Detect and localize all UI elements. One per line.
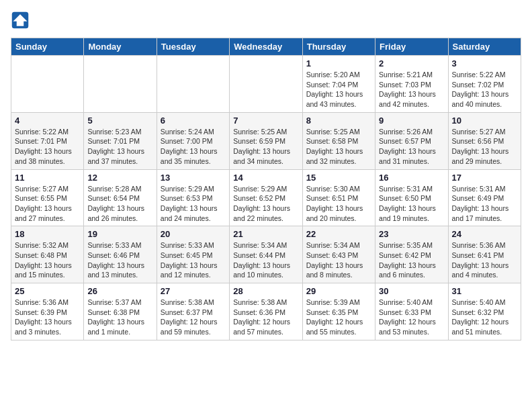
week-row-1: 1Sunrise: 5:20 AM Sunset: 7:04 PM Daylig… [11, 56, 521, 113]
calendar-cell [230, 56, 302, 113]
calendar-cell: 3Sunrise: 5:22 AM Sunset: 7:02 PM Daylig… [448, 56, 521, 113]
day-number: 28 [233, 286, 298, 296]
day-info: Sunrise: 5:29 AM Sunset: 6:52 PM Dayligh… [233, 184, 298, 224]
day-number: 27 [161, 286, 226, 296]
day-info: Sunrise: 5:33 AM Sunset: 6:46 PM Dayligh… [87, 240, 152, 280]
calendar-cell: 23Sunrise: 5:35 AM Sunset: 6:42 PM Dayli… [375, 226, 448, 283]
day-header-monday: Monday [84, 38, 157, 56]
day-number: 17 [452, 173, 517, 183]
week-row-2: 4Sunrise: 5:22 AM Sunset: 7:01 PM Daylig… [11, 112, 521, 169]
calendar-cell: 2Sunrise: 5:21 AM Sunset: 7:03 PM Daylig… [375, 56, 448, 113]
week-row-3: 11Sunrise: 5:27 AM Sunset: 6:55 PM Dayli… [11, 169, 521, 226]
calendar-cell: 31Sunrise: 5:40 AM Sunset: 6:32 PM Dayli… [448, 283, 521, 340]
day-number: 12 [87, 173, 152, 183]
calendar-cell: 29Sunrise: 5:39 AM Sunset: 6:35 PM Dayli… [302, 283, 375, 340]
calendar-cell: 13Sunrise: 5:29 AM Sunset: 6:53 PM Dayli… [157, 169, 229, 226]
day-info: Sunrise: 5:33 AM Sunset: 6:45 PM Dayligh… [161, 240, 226, 280]
day-number: 14 [233, 173, 298, 183]
day-number: 16 [379, 173, 444, 183]
day-number: 9 [379, 116, 444, 126]
day-info: Sunrise: 5:38 AM Sunset: 6:37 PM Dayligh… [161, 298, 226, 337]
day-info: Sunrise: 5:34 AM Sunset: 6:44 PM Dayligh… [233, 240, 298, 280]
day-number: 24 [452, 229, 517, 239]
day-number: 4 [15, 116, 80, 126]
calendar-cell: 10Sunrise: 5:27 AM Sunset: 6:56 PM Dayli… [448, 112, 521, 169]
day-number: 5 [87, 116, 152, 126]
day-number: 19 [87, 229, 152, 239]
calendar-cell: 17Sunrise: 5:31 AM Sunset: 6:49 PM Dayli… [448, 169, 521, 226]
calendar-cell: 9Sunrise: 5:26 AM Sunset: 6:57 PM Daylig… [375, 112, 448, 169]
calendar-cell: 22Sunrise: 5:34 AM Sunset: 6:43 PM Dayli… [302, 226, 375, 283]
day-info: Sunrise: 5:26 AM Sunset: 6:57 PM Dayligh… [379, 127, 444, 167]
day-info: Sunrise: 5:31 AM Sunset: 6:50 PM Dayligh… [379, 184, 444, 224]
day-number: 7 [233, 116, 298, 126]
calendar-cell: 15Sunrise: 5:30 AM Sunset: 6:51 PM Dayli… [302, 169, 375, 226]
calendar-cell: 12Sunrise: 5:28 AM Sunset: 6:54 PM Dayli… [84, 169, 157, 226]
day-info: Sunrise: 5:24 AM Sunset: 7:00 PM Dayligh… [161, 127, 226, 167]
day-number: 3 [452, 58, 517, 68]
day-info: Sunrise: 5:38 AM Sunset: 6:36 PM Dayligh… [233, 298, 298, 337]
day-header-thursday: Thursday [302, 38, 375, 56]
day-info: Sunrise: 5:25 AM Sunset: 6:58 PM Dayligh… [306, 127, 371, 167]
calendar-cell: 20Sunrise: 5:33 AM Sunset: 6:45 PM Dayli… [157, 226, 229, 283]
calendar-header-row: SundayMondayTuesdayWednesdayThursdayFrid… [11, 38, 521, 56]
day-info: Sunrise: 5:37 AM Sunset: 6:38 PM Dayligh… [87, 298, 152, 337]
calendar-cell: 14Sunrise: 5:29 AM Sunset: 6:52 PM Dayli… [230, 169, 302, 226]
day-number: 20 [161, 229, 226, 239]
day-info: Sunrise: 5:40 AM Sunset: 6:33 PM Dayligh… [379, 298, 444, 337]
calendar-cell: 21Sunrise: 5:34 AM Sunset: 6:44 PM Dayli… [230, 226, 302, 283]
calendar-cell: 30Sunrise: 5:40 AM Sunset: 6:33 PM Dayli… [375, 283, 448, 340]
calendar-cell: 16Sunrise: 5:31 AM Sunset: 6:50 PM Dayli… [375, 169, 448, 226]
logo [11, 11, 32, 30]
day-number: 18 [15, 229, 80, 239]
day-header-wednesday: Wednesday [230, 38, 302, 56]
calendar-cell: 27Sunrise: 5:38 AM Sunset: 6:37 PM Dayli… [157, 283, 229, 340]
calendar-cell: 6Sunrise: 5:24 AM Sunset: 7:00 PM Daylig… [157, 112, 229, 169]
day-number: 2 [379, 58, 444, 68]
calendar-cell: 1Sunrise: 5:20 AM Sunset: 7:04 PM Daylig… [302, 56, 375, 113]
day-info: Sunrise: 5:22 AM Sunset: 7:02 PM Dayligh… [452, 70, 517, 109]
day-number: 13 [161, 173, 226, 183]
day-info: Sunrise: 5:22 AM Sunset: 7:01 PM Dayligh… [15, 127, 80, 167]
calendar-table: SundayMondayTuesdayWednesdayThursdayFrid… [11, 38, 521, 340]
day-number: 10 [452, 116, 517, 126]
calendar-cell: 4Sunrise: 5:22 AM Sunset: 7:01 PM Daylig… [11, 112, 84, 169]
day-number: 11 [15, 173, 80, 183]
week-row-5: 25Sunrise: 5:36 AM Sunset: 6:39 PM Dayli… [11, 283, 521, 340]
calendar-cell: 11Sunrise: 5:27 AM Sunset: 6:55 PM Dayli… [11, 169, 84, 226]
day-info: Sunrise: 5:28 AM Sunset: 6:54 PM Dayligh… [87, 184, 152, 224]
week-row-4: 18Sunrise: 5:32 AM Sunset: 6:48 PM Dayli… [11, 226, 521, 283]
calendar-cell: 24Sunrise: 5:36 AM Sunset: 6:41 PM Dayli… [448, 226, 521, 283]
day-header-saturday: Saturday [448, 38, 521, 56]
logo-icon [11, 11, 30, 30]
calendar-cell: 8Sunrise: 5:25 AM Sunset: 6:58 PM Daylig… [302, 112, 375, 169]
calendar-cell: 28Sunrise: 5:38 AM Sunset: 6:36 PM Dayli… [230, 283, 302, 340]
calendar-cell: 19Sunrise: 5:33 AM Sunset: 6:46 PM Dayli… [84, 226, 157, 283]
day-info: Sunrise: 5:35 AM Sunset: 6:42 PM Dayligh… [379, 240, 444, 280]
day-info: Sunrise: 5:30 AM Sunset: 6:51 PM Dayligh… [306, 184, 371, 224]
page-header [11, 11, 521, 30]
calendar-cell [84, 56, 157, 113]
day-info: Sunrise: 5:34 AM Sunset: 6:43 PM Dayligh… [306, 240, 371, 280]
day-number: 15 [306, 173, 371, 183]
day-header-sunday: Sunday [11, 38, 84, 56]
day-number: 22 [306, 229, 371, 239]
day-info: Sunrise: 5:36 AM Sunset: 6:41 PM Dayligh… [452, 240, 517, 280]
day-number: 31 [452, 286, 517, 296]
day-info: Sunrise: 5:31 AM Sunset: 6:49 PM Dayligh… [452, 184, 517, 224]
day-number: 26 [87, 286, 152, 296]
calendar-cell: 7Sunrise: 5:25 AM Sunset: 6:59 PM Daylig… [230, 112, 302, 169]
day-number: 23 [379, 229, 444, 239]
day-number: 21 [233, 229, 298, 239]
day-info: Sunrise: 5:39 AM Sunset: 6:35 PM Dayligh… [306, 298, 371, 337]
day-info: Sunrise: 5:25 AM Sunset: 6:59 PM Dayligh… [233, 127, 298, 167]
day-number: 8 [306, 116, 371, 126]
day-number: 6 [161, 116, 226, 126]
calendar-cell: 5Sunrise: 5:23 AM Sunset: 7:01 PM Daylig… [84, 112, 157, 169]
calendar-cell [157, 56, 229, 113]
calendar-cell: 25Sunrise: 5:36 AM Sunset: 6:39 PM Dayli… [11, 283, 84, 340]
day-number: 29 [306, 286, 371, 296]
day-info: Sunrise: 5:32 AM Sunset: 6:48 PM Dayligh… [15, 240, 80, 280]
day-info: Sunrise: 5:27 AM Sunset: 6:56 PM Dayligh… [452, 127, 517, 167]
calendar-cell: 26Sunrise: 5:37 AM Sunset: 6:38 PM Dayli… [84, 283, 157, 340]
